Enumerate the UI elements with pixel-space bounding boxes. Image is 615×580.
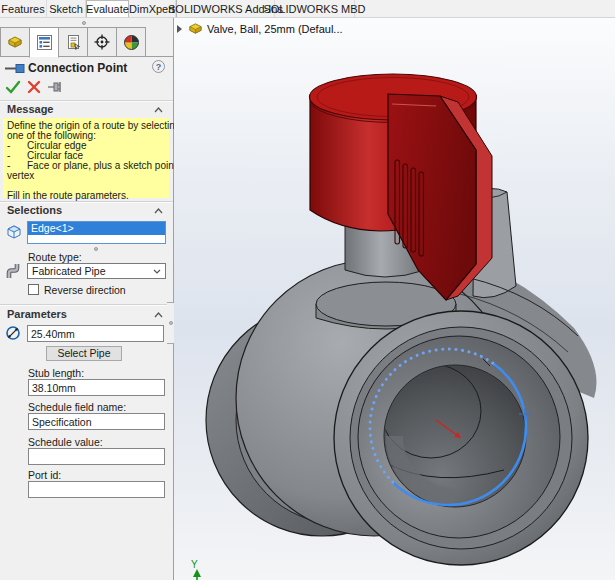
panel-title: Connection Point — [28, 61, 127, 75]
solidworks-window: Features Sketch Evaluate DimXpert SOLIDW… — [0, 0, 615, 580]
stub-length-label: Stub length: — [28, 367, 84, 379]
pin-button[interactable] — [48, 81, 65, 93]
valve-3d-model[interactable]: Y — [174, 18, 615, 580]
panel-actions — [0, 78, 173, 98]
graphics-viewport[interactable]: Y Valve, Ball, 25mm (Defaul... — [174, 18, 615, 580]
selections-section-label: Selections — [7, 204, 62, 216]
chevron-up-icon — [154, 107, 163, 113]
port-id-label: Port id: — [28, 469, 61, 481]
selection-listbox[interactable]: Edge<1> — [27, 221, 166, 244]
configurations-icon — [66, 35, 81, 50]
cancel-button[interactable] — [27, 80, 41, 94]
message-box: Define the origin of a route by selectin… — [3, 118, 169, 198]
listbox-resize-grip[interactable] — [94, 247, 98, 251]
axis-y-label: Y — [191, 559, 198, 570]
schedule-value-field[interactable] — [28, 448, 165, 465]
part-icon — [188, 22, 203, 35]
part-icon — [7, 35, 23, 49]
selections-section-header[interactable]: Selections — [0, 203, 173, 219]
valve-front-port[interactable] — [334, 311, 588, 565]
message-section-label: Message — [7, 103, 53, 115]
route-pipe-icon — [6, 263, 21, 279]
target-icon — [94, 34, 110, 50]
diameter-icon — [5, 325, 21, 341]
tab-dimxpertmanager[interactable] — [87, 27, 117, 57]
command-manager-toolbar: Features Sketch Evaluate DimXpert SOLIDW… — [0, 0, 615, 18]
select-pipe-button[interactable]: Select Pipe — [46, 346, 122, 361]
tab-solidworks-addins[interactable]: SOLIDWORKS Add-Ins — [177, 0, 275, 17]
reverse-direction-checkbox[interactable] — [28, 284, 39, 295]
tab-displaymanager[interactable] — [116, 27, 146, 57]
stub-length-field[interactable] — [28, 379, 165, 396]
ok-button[interactable] — [5, 80, 21, 94]
display-sphere-icon — [124, 35, 139, 50]
port-id-field[interactable] — [28, 481, 165, 498]
property-manager-header: Connection Point ? — [0, 59, 173, 77]
message-section-header[interactable]: Message — [0, 102, 173, 118]
chevron-up-icon — [154, 208, 163, 214]
panel-splitter-grip[interactable] — [82, 21, 86, 25]
parameters-section-label: Parameters — [7, 308, 67, 320]
schedule-field-name-field[interactable] — [28, 413, 165, 430]
reverse-direction-label: Reverse direction — [44, 284, 126, 296]
edge-selection-icon — [5, 223, 23, 241]
chevron-down-icon — [153, 269, 161, 274]
chevron-up-icon — [154, 312, 163, 318]
tab-configurationmanager[interactable] — [58, 27, 88, 57]
schedule-value-label: Schedule value: — [28, 436, 103, 448]
divider — [0, 304, 173, 306]
tab-propertymanager[interactable] — [29, 27, 59, 58]
route-type-label: Route type: — [28, 251, 82, 263]
schedule-field-name-label: Schedule field name: — [28, 401, 126, 413]
feature-tree-item[interactable]: Valve, Ball, 25mm (Defaul... — [177, 21, 343, 36]
property-manager-panel: Connection Point ? Message — [0, 18, 174, 580]
route-type-value: Fabricated Pipe — [32, 265, 106, 277]
parameters-section-header[interactable]: Parameters — [0, 307, 173, 323]
tab-solidworks-mbd[interactable]: SOLIDWORKS MBD — [275, 0, 355, 17]
diameter-field[interactable] — [27, 325, 164, 342]
tab-featuremanager[interactable] — [0, 27, 30, 57]
tab-features[interactable]: Features — [0, 0, 47, 17]
connection-point-icon — [4, 63, 26, 74]
tree-expand-arrow-icon[interactable] — [177, 25, 182, 33]
help-icon[interactable]: ? — [152, 60, 165, 73]
flyout-grip-dot — [169, 321, 173, 325]
tab-evaluate[interactable]: Evaluate — [86, 0, 129, 17]
route-type-dropdown[interactable]: Fabricated Pipe — [27, 263, 166, 279]
tab-sketch[interactable]: Sketch — [47, 0, 86, 17]
manager-tab-bar — [0, 27, 173, 57]
property-list-icon — [37, 35, 52, 50]
tree-item-label: Valve, Ball, 25mm (Defaul... — [207, 23, 343, 35]
orientation-triad: Y — [191, 559, 201, 580]
selected-edge-item[interactable]: Edge<1> — [28, 222, 165, 235]
